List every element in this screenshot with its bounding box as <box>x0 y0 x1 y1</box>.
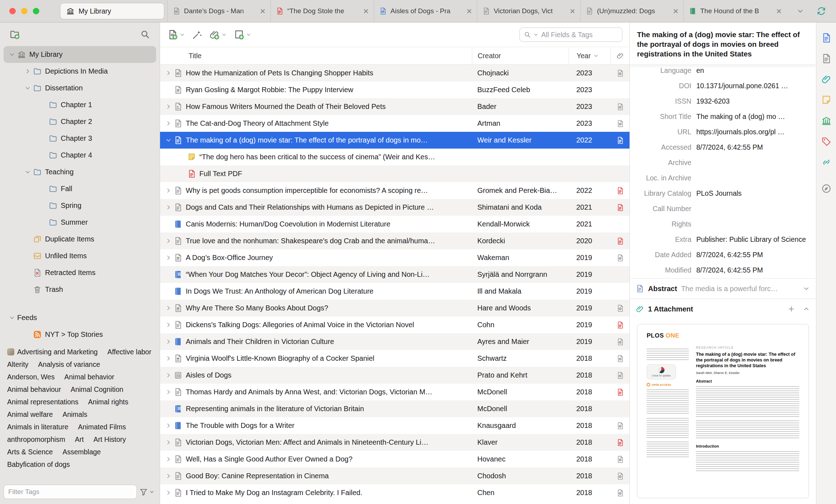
add-by-identifier-button[interactable] <box>192 29 203 40</box>
sidebar-collection-row[interactable]: Fall <box>4 180 156 197</box>
tab-close-icon[interactable]: × <box>363 6 369 16</box>
item-row[interactable]: Aisles of Dogs Prato and Kehrt 2018 <box>160 367 630 384</box>
field-value[interactable]: 8/7/2024, 6:42:55 PM <box>696 250 811 259</box>
twisty-icon[interactable] <box>163 120 174 127</box>
tag-filter-options-button[interactable] <box>138 488 156 496</box>
tag-item[interactable]: Assemblage <box>63 448 101 456</box>
field-value[interactable]: PLoS Journals <box>696 189 811 198</box>
item-row[interactable]: “The dog hero has been critical to the s… <box>160 149 630 165</box>
tag-item[interactable]: anthropomorphism <box>7 435 65 444</box>
item-row[interactable]: Well, Has a Single Good Author Ever Owne… <box>160 451 630 468</box>
sidebar-collection-row[interactable]: Duplicate Items <box>4 231 156 248</box>
column-header-attachment[interactable] <box>611 47 630 64</box>
sidebar-collection-row[interactable]: Teaching <box>4 164 156 180</box>
column-header-creator[interactable]: Creator <box>472 47 568 64</box>
document-tab[interactable]: Aisles of Dogs - Pra × <box>374 0 477 22</box>
close-window-button[interactable] <box>9 8 16 14</box>
items-search-field[interactable] <box>519 28 622 42</box>
libraries-icon[interactable] <box>821 115 832 126</box>
abstract-section-header[interactable]: Abstract The media is a powerful forc… <box>630 278 816 299</box>
tag-item[interactable]: Animals <box>63 410 87 419</box>
item-row[interactable]: “When Your Dog Matches Your Decor”: Obje… <box>160 266 630 283</box>
tag-item[interactable]: Advertising and Marketing <box>7 348 98 356</box>
tag-item[interactable]: Animal behavior <box>64 373 114 381</box>
sync-icon[interactable] <box>816 6 827 16</box>
minimize-window-button[interactable] <box>21 8 28 14</box>
twisty-icon[interactable] <box>163 439 174 446</box>
twisty-icon[interactable] <box>163 103 174 110</box>
item-row[interactable]: Animals and Their Children in Victorian … <box>160 333 630 350</box>
item-row[interactable]: How Famous Writers Mourned the Death of … <box>160 98 630 115</box>
tag-item[interactable]: Animated Films <box>78 423 126 431</box>
pdf-preview[interactable]: PLOS ONE Check for updates OPEN ACCESS <box>637 324 809 498</box>
field-value[interactable]: 1932-6203 <box>696 97 811 106</box>
tag-item[interactable]: Animal representations <box>7 398 78 406</box>
document-tab[interactable]: Victorian Dogs, Vict × <box>477 0 580 22</box>
twisty-icon[interactable] <box>22 68 33 75</box>
sidebar-collection-row[interactable]: Spring <box>4 197 156 214</box>
item-row[interactable]: The making of a (dog) movie star: The ef… <box>160 132 630 149</box>
twisty-icon[interactable] <box>163 372 174 379</box>
attachments-icon[interactable] <box>821 74 832 85</box>
twisty-icon[interactable] <box>163 187 174 194</box>
twisty-icon[interactable] <box>22 85 33 91</box>
tag-item[interactable]: Alterity <box>7 360 29 369</box>
tag-item[interactable]: Animals in literature <box>7 423 68 431</box>
field-value[interactable]: 10.1371/journal.pone.0261 … <box>696 81 811 90</box>
twisty-icon[interactable] <box>6 314 17 321</box>
twisty-icon[interactable] <box>163 254 174 261</box>
twisty-icon[interactable] <box>6 51 17 58</box>
new-item-button[interactable] <box>167 29 185 40</box>
tabs-menu-chevron-icon[interactable] <box>796 7 805 15</box>
sidebar-collection-row[interactable]: My Library <box>4 46 156 63</box>
twisty-icon[interactable] <box>163 456 174 463</box>
tag-item[interactable]: Babyfication of dogs <box>7 460 70 469</box>
info-icon[interactable] <box>821 33 832 43</box>
item-row[interactable]: Full Text PDF <box>160 165 630 182</box>
metadata-field-row[interactable]: Loc. in Archive <box>630 171 816 186</box>
item-row[interactable]: Ryan Gosling & Margot Robbie: The Puppy … <box>160 81 630 98</box>
item-row[interactable]: Dogs and Cats and Their Relationships wi… <box>160 199 630 216</box>
field-value[interactable]: https://journals.plos.org/pl … <box>696 128 811 136</box>
chevron-down-icon[interactable] <box>533 31 539 38</box>
abstract-icon[interactable] <box>821 53 832 64</box>
sidebar-collection-row[interactable]: Feeds <box>4 309 156 326</box>
sidebar-collection-row[interactable]: Chapter 4 <box>4 147 156 164</box>
twisty-icon[interactable] <box>163 305 174 311</box>
sidebar-collection-row[interactable]: Summer <box>4 214 156 231</box>
twisty-icon[interactable] <box>163 473 174 479</box>
locate-icon[interactable] <box>821 183 832 194</box>
item-row[interactable]: Why Are There So Many Books About Dogs? … <box>160 300 630 316</box>
tab-close-icon[interactable]: × <box>776 6 782 16</box>
item-row[interactable]: How the Humanization of Pets Is Changing… <box>160 65 630 81</box>
metadata-field-row[interactable]: URL https://journals.plos.org/pl … <box>630 125 816 140</box>
twisty-icon[interactable] <box>163 137 174 144</box>
item-row[interactable]: Virginia Woolf's Little-Known Biography … <box>160 350 630 367</box>
tag-item[interactable]: Art History <box>94 435 126 444</box>
twisty-icon[interactable] <box>163 422 174 429</box>
item-row[interactable]: Dickens's Talking Dogs: Allegories of An… <box>160 316 630 333</box>
metadata-field-row[interactable]: DOI 10.1371/journal.pone.0261 … <box>630 79 816 94</box>
field-value[interactable]: Publisher: Public Library of Science <box>696 235 811 244</box>
chevron-down-icon[interactable] <box>802 285 810 293</box>
tab-close-icon[interactable]: × <box>467 6 472 16</box>
twisty-icon[interactable] <box>163 204 174 211</box>
tab-close-icon[interactable]: × <box>673 6 678 16</box>
item-row[interactable]: True love and the nonhuman: Shakespeare'… <box>160 233 630 249</box>
item-row[interactable]: The Cat-and-Dog Theory of Attachment Sty… <box>160 115 630 132</box>
twisty-icon[interactable] <box>163 70 174 76</box>
metadata-field-row[interactable]: Accessed 8/7/2024, 6:42:55 PM <box>630 140 816 155</box>
twisty-icon[interactable] <box>163 355 174 362</box>
twisty-icon[interactable] <box>163 321 174 328</box>
document-tab[interactable]: “The Dog Stole the × <box>270 0 374 22</box>
tab-my-library[interactable]: My Library <box>60 3 164 19</box>
notes-icon[interactable] <box>821 95 832 105</box>
tag-item[interactable]: Arts & Science <box>7 448 53 456</box>
twisty-icon[interactable] <box>163 238 174 244</box>
metadata-field-row[interactable]: ISSN 1932-6203 <box>630 94 816 109</box>
metadata-field-row[interactable]: Language en <box>630 63 816 79</box>
field-value[interactable]: 8/7/2024, 6:42:55 PM <box>696 143 811 152</box>
column-header-title[interactable]: Title <box>160 47 472 64</box>
attachments-section-header[interactable]: 1 Attachment <box>630 299 816 319</box>
twisty-icon[interactable] <box>163 489 174 496</box>
